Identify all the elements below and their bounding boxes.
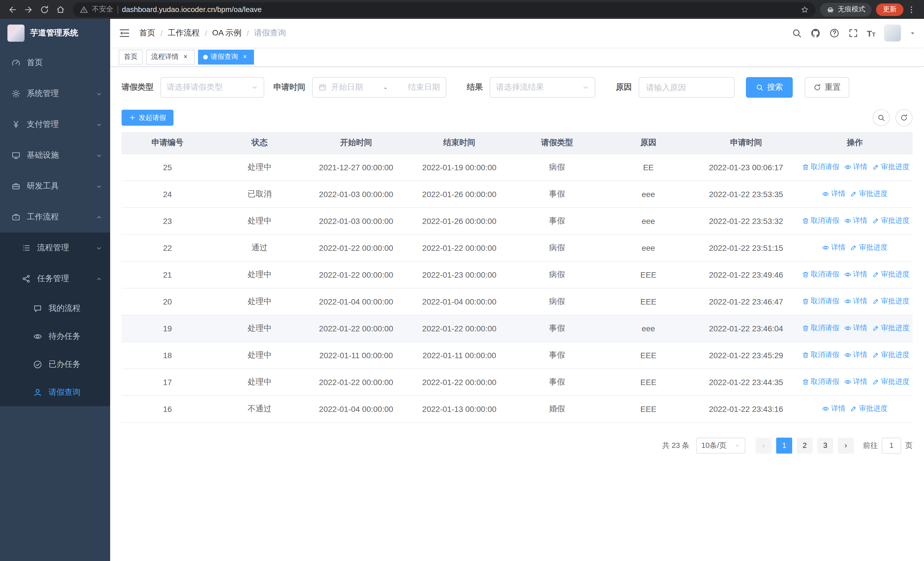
page-size-select[interactable]: 10条/页 xyxy=(696,437,746,453)
github-button[interactable] xyxy=(810,28,820,38)
url-text[interactable]: dashboard.yudao.iocoder.cn/bpm/oa/leave xyxy=(122,5,262,14)
next-page-button[interactable]: › xyxy=(838,437,854,453)
security-label[interactable]: 不安全 xyxy=(92,5,113,14)
eye-icon xyxy=(844,217,851,224)
browser-reload-button[interactable] xyxy=(36,2,52,17)
approval-progress-link[interactable]: 审批进度 xyxy=(850,189,888,199)
tab-home[interactable]: 首页 xyxy=(119,50,142,64)
table-row: 25处理中2021-12-27 00:00:002022-01-19 00:00… xyxy=(122,154,913,180)
approval-progress-link[interactable]: 审批进度 xyxy=(872,162,909,171)
cancel-leave-link[interactable]: 取消请假 xyxy=(802,350,839,359)
sidebar-toggle-button[interactable] xyxy=(119,27,130,39)
sidebar-item-infrastructure[interactable]: 基础设施 xyxy=(0,140,110,171)
refresh-table-button[interactable] xyxy=(896,109,913,126)
font-size-button[interactable]: TT xyxy=(867,29,876,38)
user-avatar[interactable] xyxy=(884,24,901,42)
help-button[interactable] xyxy=(829,28,839,38)
sidebar-item-done-tasks[interactable]: 已办任务 xyxy=(0,350,110,378)
reason-input[interactable] xyxy=(639,77,735,98)
cancel-leave-link[interactable]: 取消请假 xyxy=(802,323,839,333)
tab-process-detail[interactable]: 流程详情 × xyxy=(146,50,195,64)
detail-link[interactable]: 详情 xyxy=(844,296,867,306)
question-icon xyxy=(829,28,839,38)
detail-link[interactable]: 详情 xyxy=(822,242,846,252)
tab-leave-query[interactable]: 请假查询 × xyxy=(198,50,254,64)
sidebar-item-payment-management[interactable]: 支付管理 xyxy=(0,109,110,140)
close-icon[interactable]: × xyxy=(182,53,189,61)
incognito-label: 无痕模式 xyxy=(838,5,865,14)
sidebar-item-leave-query[interactable]: 请假查询 xyxy=(0,378,110,406)
sidebar-item-todo-tasks[interactable]: 待办任务 xyxy=(0,322,110,350)
table-row: 24已取消2022-01-03 00:00:002022-01-26 00:00… xyxy=(122,180,913,208)
sidebar-item-system-management[interactable]: 系统管理 xyxy=(0,78,110,109)
goto-page-input[interactable] xyxy=(882,437,901,453)
approval-progress-link[interactable]: 审批进度 xyxy=(850,242,888,252)
page-button-2[interactable]: 2 xyxy=(797,437,813,453)
table-cell: 2022-01-04 00:00:00 xyxy=(306,288,406,315)
detail-link[interactable]: 详情 xyxy=(844,350,867,359)
address-bar[interactable]: 不安全 dashboard.yudao.iocoder.cn/bpm/oa/le… xyxy=(73,2,816,17)
bookmark-star-icon[interactable] xyxy=(801,5,809,14)
detail-link[interactable]: 详情 xyxy=(822,189,846,199)
approval-progress-link[interactable]: 审批进度 xyxy=(872,323,909,333)
font-size-icon: T xyxy=(872,31,876,38)
browser-forward-button[interactable] xyxy=(21,2,36,17)
approval-progress-link[interactable]: 审批进度 xyxy=(872,269,909,279)
create-leave-button[interactable]: 发起请假 xyxy=(122,110,174,126)
page-button-3[interactable]: 3 xyxy=(817,437,833,453)
cancel-leave-link[interactable]: 取消请假 xyxy=(802,269,839,279)
detail-link[interactable]: 详情 xyxy=(844,377,867,387)
toggle-search-button[interactable] xyxy=(873,109,890,126)
cancel-leave-link[interactable]: 取消请假 xyxy=(802,296,839,306)
search-button[interactable]: 搜索 xyxy=(746,77,793,98)
sidebar-item-process-management[interactable]: 流程管理 xyxy=(0,233,110,263)
approval-progress-link[interactable]: 审批进度 xyxy=(872,296,909,306)
cancel-leave-link[interactable]: 取消请假 xyxy=(802,377,839,387)
edit-icon xyxy=(850,244,858,251)
prev-page-button[interactable]: ‹ xyxy=(756,437,772,453)
sidebar-item-task-management[interactable]: 任务管理 xyxy=(0,263,110,294)
refresh-icon xyxy=(900,114,908,122)
close-icon[interactable]: × xyxy=(241,53,249,61)
table-cell: 2022-01-11 00:00:00 xyxy=(406,341,512,368)
browser-menu-button[interactable] xyxy=(903,2,920,17)
breadcrumb-item-home[interactable]: 首页 xyxy=(139,28,155,38)
fullscreen-button[interactable] xyxy=(848,28,858,38)
approval-progress-link[interactable]: 审批进度 xyxy=(850,404,888,413)
detail-link[interactable]: 详情 xyxy=(844,162,867,171)
browser-back-button[interactable] xyxy=(4,2,21,17)
breadcrumb-item-workflow[interactable]: 工作流程 xyxy=(168,28,200,38)
header-search-button[interactable] xyxy=(791,28,802,38)
detail-link[interactable]: 详情 xyxy=(822,404,846,413)
sidebar-item-my-processes[interactable]: 我的流程 xyxy=(0,294,110,322)
page-button-1[interactable]: 1 xyxy=(776,437,792,453)
sidebar-item-dev-tools[interactable]: 研发工具 xyxy=(0,171,110,202)
approval-progress-link[interactable]: 审批进度 xyxy=(872,350,909,359)
update-button[interactable]: 更新 xyxy=(876,3,903,16)
sidebar-item-home[interactable]: 首页 xyxy=(0,47,110,78)
leave-type-select[interactable]: 请选择请假类型 xyxy=(160,77,264,98)
breadcrumb-item-oa-example[interactable]: OA 示例 xyxy=(212,28,242,38)
detail-link[interactable]: 详情 xyxy=(844,323,867,333)
table-cell: 2022-01-22 00:00:00 xyxy=(306,234,406,261)
check-circle-icon xyxy=(33,359,42,369)
browser-home-button[interactable] xyxy=(52,2,69,17)
column-header: 结束时间 xyxy=(406,132,512,154)
app-logo: 芋道管理系统 xyxy=(0,19,110,47)
actions-cell: 取消请假详情审批进度 xyxy=(797,288,913,315)
actions-cell: 取消请假详情审批进度 xyxy=(797,261,913,288)
detail-link[interactable]: 详情 xyxy=(844,216,867,226)
detail-link[interactable]: 详情 xyxy=(844,269,867,279)
cancel-leave-link-label: 取消请假 xyxy=(811,350,839,359)
navbar-actions: TT xyxy=(791,24,915,42)
sidebar-item-workflow[interactable]: 工作流程 xyxy=(0,202,110,233)
cancel-leave-link[interactable]: 取消请假 xyxy=(802,162,839,171)
approval-progress-link[interactable]: 审批进度 xyxy=(872,377,909,387)
apply-time-range-picker[interactable]: 开始日期 - 结束日期 xyxy=(312,77,446,98)
reset-button[interactable]: 重置 xyxy=(805,77,849,98)
cancel-leave-link[interactable]: 取消请假 xyxy=(802,216,839,226)
result-select[interactable]: 请选择流结果 xyxy=(490,77,595,98)
approval-progress-link[interactable]: 审批进度 xyxy=(872,216,909,226)
chevron-down-icon[interactable] xyxy=(910,30,915,36)
chat-icon xyxy=(33,304,42,313)
